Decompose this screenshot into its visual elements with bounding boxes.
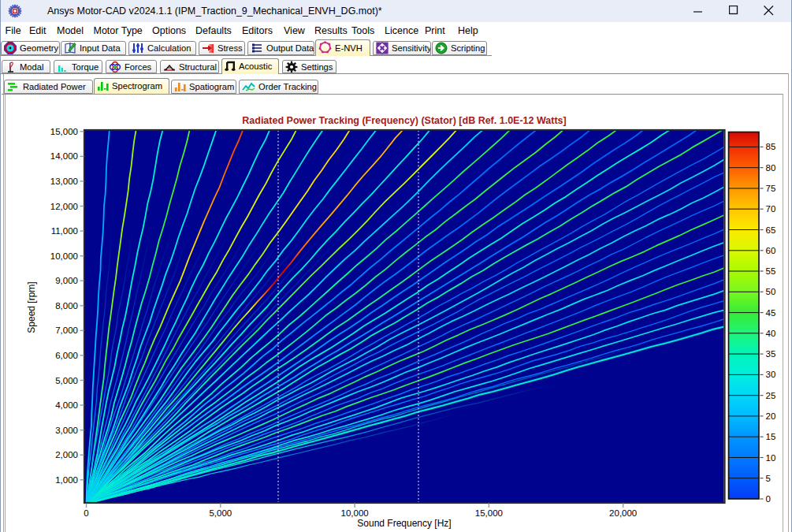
svg-text:5: 5 (766, 474, 771, 483)
svg-text:70: 70 (766, 204, 776, 214)
svg-text:10,000: 10,000 (341, 508, 369, 518)
svg-text:10,000: 10,000 (50, 251, 78, 261)
svg-text:13,000: 13,000 (50, 177, 78, 186)
svg-text:20: 20 (766, 411, 776, 421)
svg-text:65: 65 (766, 225, 776, 235)
svg-text:5,000: 5,000 (209, 508, 232, 518)
svg-text:4,000: 4,000 (55, 400, 78, 410)
svg-text:9,000: 9,000 (55, 276, 78, 285)
svg-text:55: 55 (766, 266, 776, 276)
svg-text:Radiated Power Tracking (Frequ: Radiated Power Tracking (Frequency) (Sta… (242, 115, 566, 126)
svg-text:6,000: 6,000 (55, 351, 78, 360)
svg-text:50: 50 (766, 287, 776, 296)
svg-text:3,000: 3,000 (55, 426, 78, 435)
svg-text:8,000: 8,000 (55, 301, 78, 311)
svg-text:7,000: 7,000 (55, 326, 78, 335)
svg-text:10: 10 (766, 453, 776, 463)
svg-text:45: 45 (766, 308, 776, 318)
svg-text:30: 30 (766, 370, 776, 379)
svg-text:80: 80 (766, 163, 776, 173)
svg-text:85: 85 (766, 142, 776, 151)
svg-text:14,000: 14,000 (50, 151, 78, 161)
svg-text:5,000: 5,000 (55, 376, 78, 385)
svg-text:12,000: 12,000 (50, 202, 78, 211)
svg-text:Speed [rpm]: Speed [rpm] (26, 281, 37, 333)
svg-text:20,000: 20,000 (609, 508, 637, 518)
svg-text:15,000: 15,000 (475, 508, 503, 518)
svg-text:15,000: 15,000 (50, 127, 78, 136)
svg-text:2,000: 2,000 (55, 450, 78, 459)
svg-text:Sound Frequency [Hz]: Sound Frequency [Hz] (357, 518, 451, 529)
svg-text:40: 40 (766, 329, 776, 338)
svg-text:60: 60 (766, 246, 776, 255)
svg-text:1,000: 1,000 (55, 475, 78, 485)
svg-text:0: 0 (766, 494, 771, 504)
svg-text:25: 25 (766, 391, 776, 400)
svg-text:35: 35 (766, 349, 776, 359)
svg-text:0: 0 (84, 508, 88, 518)
svg-text:11,000: 11,000 (51, 226, 78, 236)
svg-text:15: 15 (766, 432, 776, 441)
svg-text:75: 75 (766, 184, 776, 193)
